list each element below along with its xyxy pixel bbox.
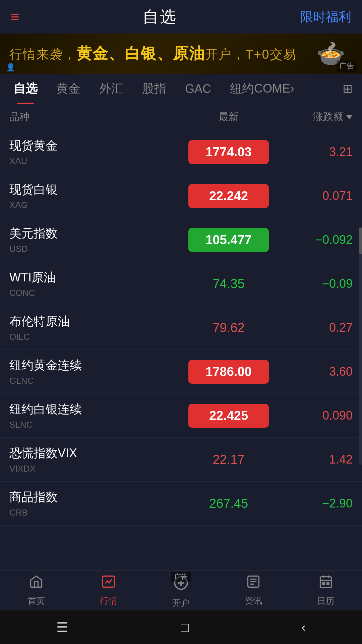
instrument-name-zh: 布伦特原油 [9, 313, 178, 330]
instrument-name-zh: 现货黄金 [9, 138, 178, 154]
scroll-track [359, 227, 362, 465]
instrument-name-col: 商品指数 CRB [9, 489, 178, 518]
news-icon [246, 574, 261, 592]
price-plain: 74.35 [213, 277, 244, 291]
instrument-name-col: 现货黄金 XAU [9, 138, 178, 166]
nav-calendar-label: 日历 [317, 595, 335, 607]
instrument-name-zh: 纽约白银连续 [9, 401, 178, 418]
change-col: −2.90 [279, 496, 353, 511]
instrument-name-zh: 纽约黄金连续 [9, 357, 178, 374]
scroll-thumb [359, 227, 362, 254]
price-plain: 79.62 [213, 321, 244, 335]
nav-open-label: 开户 [172, 597, 190, 609]
nav-news-label: 资讯 [245, 595, 262, 607]
price-col: 74.35 [178, 277, 279, 291]
instrument-name-col: WTI原油 CONC [9, 269, 178, 298]
instrument-name-en: SLNC [9, 420, 178, 430]
instrument-name-zh: WTI原油 [9, 269, 178, 286]
table-row[interactable]: 纽约白银连续 SLNC 22.425 0.090 [0, 394, 362, 438]
calendar-icon [318, 574, 333, 592]
change-col: 0.071 [279, 189, 353, 203]
android-home-btn[interactable]: □ [181, 620, 189, 635]
instrument-name-en: XAG [9, 200, 178, 210]
instrument-name-en: GLNC [9, 376, 178, 386]
instrument-name-zh: 商品指数 [9, 489, 178, 505]
table-row[interactable]: 布伦特原油 OILC 79.62 0.27 [0, 306, 362, 350]
nav-news[interactable]: 资讯 [217, 571, 290, 610]
table-header: 品种 最新 涨跌额 [0, 104, 362, 130]
table-row[interactable]: 纽约黄金连续 GLNC 1786.00 3.60 [0, 350, 362, 394]
promo-button[interactable]: 限时福利 [300, 8, 351, 25]
tab-guzhi[interactable]: 股指 [133, 74, 176, 104]
nav-market[interactable]: 行情 [72, 571, 145, 610]
tab-zixuan[interactable]: 自选 [4, 74, 47, 104]
nav-market-label: 行情 [100, 595, 117, 607]
instrument-name-en: CRB [9, 507, 178, 518]
instrument-name-col: 美元指数 USD [9, 225, 178, 254]
instrument-name-col: 布伦特原油 OILC [9, 313, 178, 342]
price-badge: 105.477 [188, 228, 269, 252]
menu-icon[interactable]: ≡ [11, 8, 19, 25]
price-col: 22.425 [178, 404, 279, 428]
change-col: 1.42 [279, 452, 353, 467]
android-menu-btn[interactable]: ☰ [56, 620, 68, 635]
instrument-name-en: VIXDX [9, 464, 178, 474]
nav-open[interactable]: 广告 开户 [145, 571, 217, 610]
banner-suffix: 开户，T+0交易 [205, 47, 297, 61]
tab-huangjin[interactable]: 黄金 [47, 74, 90, 104]
price-col: 1786.00 [178, 360, 279, 384]
instrument-name-en: USD [9, 244, 178, 254]
svg-rect-12 [323, 583, 325, 585]
price-col: 105.477 [178, 228, 279, 252]
sort-arrow-icon [346, 115, 353, 119]
instrument-name-col: 纽约黄金连续 GLNC [9, 357, 178, 386]
price-col: 79.62 [178, 321, 279, 335]
price-col: 267.45 [178, 496, 279, 511]
price-badge: 22.242 [188, 184, 269, 208]
user-icon: 👤 [6, 63, 15, 72]
android-back-btn[interactable]: ‹ [301, 620, 306, 635]
instrument-name-zh: 美元指数 [9, 225, 178, 242]
change-col: −0.09 [279, 277, 353, 291]
app-header: ≡ 自选 限时福利 [0, 0, 362, 34]
col-price-label: 最新 [178, 110, 279, 124]
banner-highlight: 黄金、白银、原油 [76, 45, 205, 62]
price-col: 22.17 [178, 452, 279, 467]
table-row[interactable]: 现货白银 XAG 22.242 0.071 [0, 174, 362, 218]
nav-ad-badge: 广告 [171, 572, 191, 582]
table-row[interactable]: 商品指数 CRB 267.45 −2.90 [0, 482, 362, 526]
instrument-name-col: 恐慌指数VIX VIXDX [9, 445, 178, 474]
table-row[interactable]: WTI原油 CONC 74.35 −0.09 [0, 262, 362, 306]
tab-waihui[interactable]: 外汇 [90, 74, 133, 104]
table-row[interactable]: 现货黄金 XAU 1774.03 3.21 [0, 130, 362, 174]
market-table: 现货黄金 XAU 1774.03 3.21 现货白银 XAG 22.242 0.… [0, 130, 362, 526]
promo-banner[interactable]: 行情来袭，黄金、白银、原油开户，T+0交易 🍲 👤 广告 [0, 34, 362, 74]
grid-view-icon[interactable]: ⊞ [337, 82, 358, 96]
nav-home[interactable]: 首页 [0, 571, 72, 610]
tab-gac[interactable]: GAC [176, 74, 221, 104]
home-icon [29, 574, 44, 592]
instrument-name-col: 现货白银 XAG [9, 181, 178, 210]
market-icon [101, 574, 116, 592]
nav-calendar[interactable]: 日历 [290, 571, 362, 610]
instrument-name-col: 纽约白银连续 SLNC [9, 401, 178, 430]
svg-rect-8 [320, 577, 331, 588]
android-nav-bar: ☰ □ ‹ [0, 610, 362, 644]
price-badge: 1774.03 [188, 140, 269, 164]
instrument-name-zh: 恐慌指数VIX [9, 445, 178, 462]
banner-text: 行情来袭，黄金、白银、原油开户，T+0交易 [9, 43, 297, 64]
price-col: 22.242 [178, 184, 279, 208]
change-col: 0.090 [279, 409, 353, 423]
instrument-name-en: XAU [9, 156, 178, 166]
price-badge: 1786.00 [188, 360, 269, 384]
table-row[interactable]: 美元指数 USD 105.477 −0.092 [0, 218, 362, 262]
tab-comex[interactable]: 纽约COME› [221, 74, 304, 104]
ad-label: 广告 [337, 60, 357, 72]
price-badge: 22.425 [188, 404, 269, 428]
instrument-name-en: OILC [9, 332, 178, 342]
col-change-label: 涨跌额 [279, 110, 353, 124]
price-plain: 267.45 [209, 496, 248, 511]
nav-home-label: 首页 [27, 595, 45, 607]
tab-bar: 自选 黄金 外汇 股指 GAC 纽约COME› ⊞ [0, 74, 362, 104]
table-row[interactable]: 恐慌指数VIX VIXDX 22.17 1.42 [0, 438, 362, 482]
